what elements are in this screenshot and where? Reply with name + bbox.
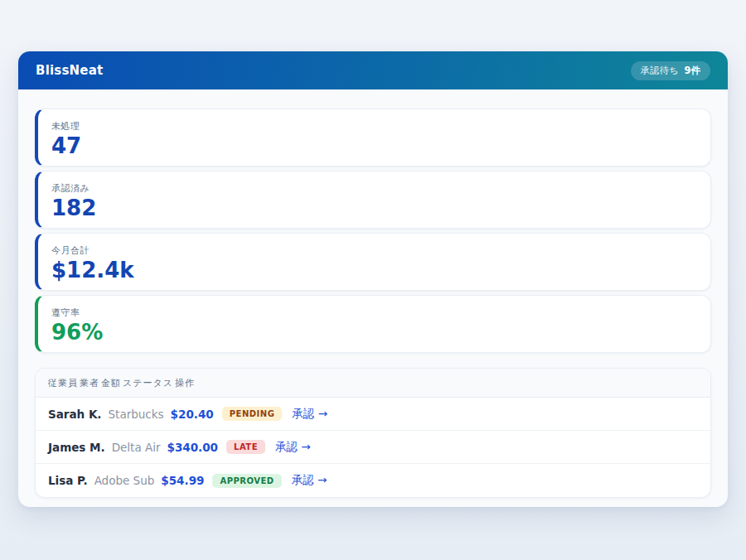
stat-label: 今月合計: [51, 244, 697, 257]
table-header-row: 従業員 業者 金額 ステータス 操作: [36, 369, 710, 398]
table-row: Sarah K. Starbucks $20.40 PENDING 承認 →: [36, 398, 710, 431]
stat-label: 未処理: [51, 120, 697, 133]
stat-value: 96%: [51, 321, 697, 345]
column-header-status: ステータス: [123, 377, 173, 389]
stat-card-compliance-rate: 遵守率 96%: [35, 295, 711, 353]
app-header: BlissNeat 承認待ち 9件: [18, 51, 728, 89]
stat-card-approved: 承認済み 182: [35, 171, 711, 229]
stat-card-unprocessed: 未処理 47: [35, 109, 711, 167]
table-row: Lisa P. Adobe Sub $54.99 APPROVED 承認 →: [36, 464, 710, 497]
approve-link[interactable]: 承認 →: [292, 407, 327, 422]
column-header-employee: 従業員: [48, 377, 78, 389]
employee-name: Lisa P.: [48, 474, 88, 487]
app-panel: BlissNeat 承認待ち 9件 未処理 47 承認済み 182 今月合計 $…: [18, 51, 728, 507]
main-content: 未処理 47 承認済み 182 今月合計 $12.4k 遵守率 96% 従業員 …: [18, 89, 728, 507]
amount: $54.99: [161, 474, 204, 487]
stat-value: $12.4k: [51, 258, 697, 282]
employee-name: Sarah K.: [48, 408, 102, 421]
stat-value: 47: [51, 134, 697, 158]
pending-approvals-badge: 承認待ち 9件: [631, 61, 710, 80]
amount: $340.00: [167, 441, 219, 454]
employee-name: James M.: [48, 441, 105, 454]
app-title: BlissNeat: [36, 63, 103, 78]
stat-label: 遵守率: [51, 307, 697, 319]
expense-table: 従業員 業者 金額 ステータス 操作 Sarah K. Starbucks $2…: [35, 368, 711, 498]
stat-card-monthly-total: 今月合計 $12.4k: [35, 233, 711, 291]
stat-value: 182: [51, 196, 697, 220]
vendor-name: Delta Air: [112, 441, 161, 454]
column-header-vendor: 業者: [80, 377, 99, 389]
approve-link[interactable]: 承認 →: [275, 440, 311, 455]
vendor-name: Adobe Sub: [94, 474, 155, 487]
column-header-action: 操作: [175, 377, 195, 389]
pending-approvals-label: 承認待ち: [641, 65, 679, 76]
status-badge: LATE: [226, 440, 265, 454]
vendor-name: Starbucks: [109, 408, 164, 421]
column-header-amount: 金額: [101, 377, 121, 389]
amount: $20.40: [171, 408, 214, 421]
status-badge: APPROVED: [212, 474, 281, 488]
pending-approvals-count: 9件: [684, 65, 700, 76]
stat-label: 承認済み: [51, 182, 697, 195]
status-badge: PENDING: [222, 407, 283, 421]
approve-link[interactable]: 承認 →: [292, 473, 327, 488]
table-row: James M. Delta Air $340.00 LATE 承認 →: [36, 431, 710, 464]
